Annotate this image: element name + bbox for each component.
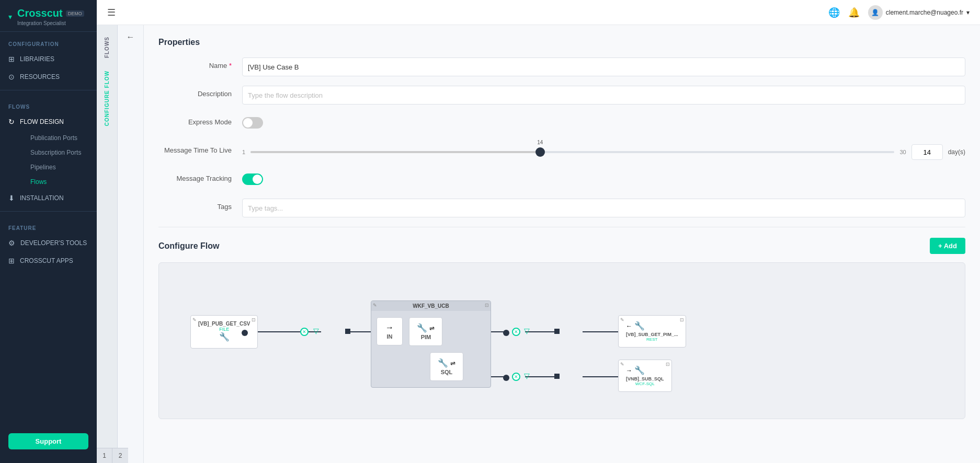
demo-badge: DEMO: [66, 10, 84, 17]
sub-pim-icon: ←🔧: [626, 321, 678, 331]
slider-thumb[interactable]: [535, 147, 545, 157]
sub-pim-node: ←🔧 [VB]_SUB_GET_PIM_... REST ✎ ⊡: [618, 315, 686, 348]
wkf-expand-icon[interactable]: ⊡: [485, 303, 489, 308]
wkf-group-title: WKF_VB_UCB: [371, 301, 491, 311]
configure-flow-title: Configure Flow: [158, 241, 219, 251]
description-row: Description: [158, 86, 965, 105]
tab-flows[interactable]: FLOWS: [102, 30, 112, 64]
library-icon: ⊞: [8, 55, 15, 63]
topbar: ☰ 🌐 🔔 👤 clement.marche@nuageo.fr ▾: [97, 0, 980, 25]
sub-sql-edit-icon[interactable]: ✎: [620, 362, 624, 367]
back-button[interactable]: ←: [127, 32, 135, 42]
pim-node-label: PIM: [417, 334, 435, 340]
content-wrapper: FLOWS CONFIGURE FLOW ← Properties Name *…: [97, 25, 980, 463]
sub-sql-label: [VNB]_SUB_SQL: [626, 376, 664, 381]
app-name: Crosscut: [17, 7, 63, 19]
crosscut-apps-label: CROSSCUT APPS: [20, 257, 73, 264]
flow-design-icon: ↻: [8, 118, 15, 126]
tab-configure-flow[interactable]: CONFIGURE FLOW: [102, 64, 112, 132]
feature-section-label: FEATURE: [0, 216, 97, 234]
sql-out-dot: [503, 375, 509, 381]
junction-2: [554, 329, 560, 334]
sidebar-item-subscription-ports[interactable]: Subscription Ports: [22, 145, 97, 160]
pub-node: [VB]_PUB_GET_CSV FILE ✎ ⊡ 🔧: [190, 315, 258, 349]
sql-node: 🔧⇌ SQL: [430, 352, 463, 381]
message-tracking-toggle[interactable]: [242, 173, 263, 185]
flow-design-submenu: Publication Ports Subscription Ports Pip…: [0, 131, 97, 189]
user-menu[interactable]: 👤 clement.marche@nuageo.fr ▾: [868, 5, 970, 20]
in-node: → IN: [377, 317, 403, 345]
name-input[interactable]: [242, 57, 965, 76]
globe-icon[interactable]: 🌐: [828, 7, 840, 18]
flows-section-label: FLOWS: [0, 95, 97, 113]
tags-label: Tags: [158, 199, 242, 211]
message-tracking-label: Message Tracking: [158, 170, 242, 182]
sub-pim-edit-icon[interactable]: ✎: [620, 317, 624, 322]
sidebar-item-flow-design[interactable]: ↻ FLOW DESIGN: [0, 113, 97, 131]
support-button[interactable]: Support: [8, 433, 88, 449]
topbar-left: ☰: [107, 7, 116, 18]
sidebar-item-installation[interactable]: ⬇ INSTALLATION: [0, 189, 97, 207]
express-mode-toggle[interactable]: [242, 117, 263, 129]
description-input[interactable]: [242, 86, 965, 105]
slider-track[interactable]: 14: [250, 151, 894, 153]
name-row: Name *: [158, 57, 965, 76]
slider-input[interactable]: [911, 144, 943, 160]
bell-icon[interactable]: 🔔: [848, 7, 860, 18]
filter-icon-1: ▽: [313, 327, 319, 335]
sidebar-item-resources[interactable]: ⊙ RESOURCES: [0, 68, 97, 86]
required-marker: *: [229, 62, 232, 70]
page-1[interactable]: 1: [97, 448, 112, 463]
sidebar-item-crosscut-apps[interactable]: ⊞ CROSSCUT APPS: [0, 252, 97, 270]
add-button[interactable]: + Add: [930, 238, 965, 254]
installation-icon: ⬇: [8, 194, 15, 202]
avatar: 👤: [868, 5, 883, 20]
sidebar-item-libraries[interactable]: ⊞ LIBRAIRIES: [0, 50, 97, 68]
junction-1: [345, 329, 350, 334]
sidebar-item-flows[interactable]: Flows: [22, 175, 97, 189]
sidebar-item-publication-ports[interactable]: Publication Ports: [22, 131, 97, 145]
logo-area: ▾ Crosscut DEMO Integration Specialist: [0, 0, 97, 32]
in-node-icon: →: [385, 323, 394, 332]
express-mode-row: Express Mode: [158, 114, 965, 133]
ttl-slider-wrapper: 1 14 30 day(s): [242, 142, 965, 160]
filter-circle-2: ✕: [512, 328, 520, 336]
wkf-group: WKF_VB_UCB ✎ ⊡ → IN 🔧⇌ PIM: [371, 300, 491, 388]
sidebar-item-developers-tools[interactable]: ⚙ DEVELOPER'S TOOLS: [0, 234, 97, 252]
message-ttl-label: Message Time To Live: [158, 142, 242, 154]
app-subtitle: Integration Specialist: [17, 20, 84, 26]
flow-design-label: FLOW DESIGN: [20, 118, 64, 125]
wkf-edit-icon[interactable]: ✎: [373, 303, 377, 308]
slider-unit: day(s): [948, 148, 965, 156]
user-email: clement.marche@nuageo.fr: [886, 9, 963, 16]
properties-section-title: Properties: [158, 38, 965, 47]
sub-pim-label: [VB]_SUB_GET_PIM_...: [626, 332, 678, 337]
crosscut-apps-icon: ⊞: [8, 257, 15, 265]
in-node-label: IN: [385, 333, 394, 340]
pim-node-icon: 🔧⇌: [417, 323, 435, 333]
sub-pim-expand-icon[interactable]: ⊡: [680, 317, 684, 322]
pub-node-label: [VB]_PUB_GET_CSV: [198, 321, 250, 327]
topbar-right: 🌐 🔔 👤 clement.marche@nuageo.fr ▾: [828, 5, 970, 20]
pub-node-edit-icon[interactable]: ✎: [192, 317, 197, 322]
side-tabs: FLOWS CONFIGURE FLOW: [97, 25, 118, 463]
sub-sql-sub: WCF-SQL: [626, 381, 664, 386]
sub-sql-icon: →🔧: [626, 365, 664, 375]
pub-node-expand-icon[interactable]: ⊡: [252, 317, 256, 322]
config-section-label: CONFIGURATION: [0, 32, 97, 50]
message-tracking-knob: [253, 175, 262, 184]
filter-icon-2: ▽: [524, 327, 530, 335]
tags-input[interactable]: [242, 199, 965, 217]
resources-label: RESOURCES: [20, 73, 60, 80]
sub-sql-expand-icon[interactable]: ⊡: [666, 362, 670, 367]
express-mode-label: Express Mode: [158, 114, 242, 126]
sub-sql-node: →🔧 [VNB]_SUB_SQL WCF-SQL ✎ ⊡: [618, 360, 672, 392]
pim-node: 🔧⇌ PIM: [409, 317, 442, 346]
sql-node-label: SQL: [438, 369, 455, 375]
page-2[interactable]: 2: [112, 448, 128, 463]
sub-pim-sub: REST: [626, 337, 678, 342]
hamburger-icon[interactable]: ☰: [107, 7, 116, 18]
logo-caret: ▾: [8, 13, 12, 21]
sidebar-item-pipelines[interactable]: Pipelines: [22, 160, 97, 175]
configure-flow-header: Configure Flow + Add: [158, 238, 965, 254]
